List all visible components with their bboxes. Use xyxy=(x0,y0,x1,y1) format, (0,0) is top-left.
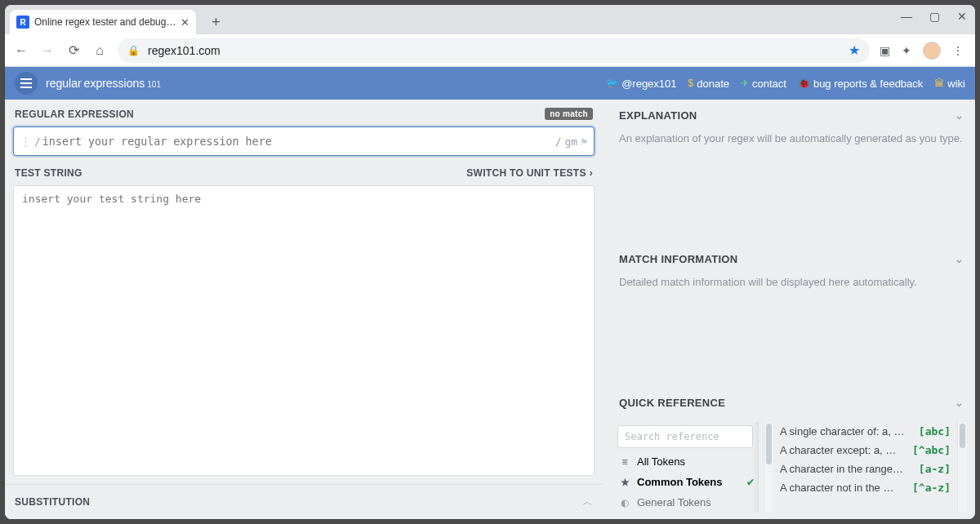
quick-reference-title: QUICK REFERENCE xyxy=(619,397,725,409)
tab-title: Online regex tester and debug… xyxy=(34,16,176,28)
explanation-body: An explanation of your regex will be aut… xyxy=(608,131,975,158)
browser-tabstrip: R Online regex tester and debug… ✕ + — ▢… xyxy=(5,5,975,34)
link-contact[interactable]: ✈contact xyxy=(741,78,786,90)
window-maximize-icon[interactable]: ▢ xyxy=(928,10,941,23)
chevron-down-icon: ⌄ xyxy=(955,397,964,409)
quick-ref-item-text: A character in the range… xyxy=(780,463,912,475)
scrollbar[interactable] xyxy=(957,422,967,513)
quick-ref-item-token: [^a-z] xyxy=(912,482,951,494)
test-string-title: TEST STRING xyxy=(15,167,82,179)
drag-handle-icon[interactable]: ⋮ xyxy=(20,135,31,148)
no-match-badge: no match xyxy=(545,108,593,120)
app-header: regular expressions 101 🐦@regex101 $dona… xyxy=(5,67,975,100)
star-icon: ★ xyxy=(619,477,630,488)
chevron-down-icon: ⌄ xyxy=(955,253,964,265)
match-info-header[interactable]: MATCH INFORMATION ⌄ xyxy=(608,243,975,275)
new-tab-button[interactable]: + xyxy=(204,11,227,33)
link-twitter[interactable]: 🐦@regex101 xyxy=(606,78,676,90)
tab-favicon: R xyxy=(16,16,29,29)
quick-ref-item[interactable]: A single character of: a, …[abc] xyxy=(778,422,952,441)
wiki-icon: 🏛 xyxy=(934,78,944,89)
twitter-icon: 🐦 xyxy=(606,78,618,89)
lock-icon: 🔒 xyxy=(127,45,140,56)
forward-button: → xyxy=(39,43,56,58)
quick-ref-category-general[interactable]: ◐ General Tokens xyxy=(616,492,758,513)
chevron-right-icon: › xyxy=(590,167,593,179)
dollar-icon: $ xyxy=(688,78,694,89)
test-string-input[interactable] xyxy=(13,185,595,476)
quick-reference-header[interactable]: QUICK REFERENCE ⌄ xyxy=(608,387,975,419)
browser-menu-icon[interactable]: ⋮ xyxy=(952,44,964,57)
home-button[interactable]: ⌂ xyxy=(91,43,108,58)
regex-flags[interactable]: gm xyxy=(565,135,578,148)
tab-close-icon[interactable]: ✕ xyxy=(180,16,189,29)
flag-icon[interactable]: ⚑ xyxy=(581,135,587,148)
url-bar[interactable]: 🔒 ★ xyxy=(118,38,870,63)
browser-tab[interactable]: R Online regex tester and debug… ✕ xyxy=(10,10,196,34)
quick-ref-item[interactable]: A character in the range…[a-z] xyxy=(778,460,952,478)
window-close-icon[interactable]: ✕ xyxy=(956,10,969,23)
quick-ref-item-text: A character except: a, … xyxy=(780,444,906,456)
regex-input[interactable] xyxy=(41,135,555,149)
bookmark-star-icon[interactable]: ★ xyxy=(849,42,860,58)
database-icon: ≡ xyxy=(619,456,630,468)
chevron-up-icon: ︿ xyxy=(582,495,593,509)
back-button[interactable]: ← xyxy=(13,43,29,58)
check-icon: ✔ xyxy=(746,477,755,488)
app-logo: regular expressions 101 xyxy=(46,77,161,90)
extensions-icon[interactable]: ✦ xyxy=(902,44,911,57)
hamburger-menu-button[interactable] xyxy=(15,72,38,95)
cast-icon[interactable]: ▣ xyxy=(880,44,890,57)
quick-ref-category-all[interactable]: ≡ All Tokens xyxy=(616,451,758,472)
quick-ref-item[interactable]: A character not in the …[^a-z] xyxy=(778,478,952,497)
quick-ref-category-common[interactable]: ★ Common Tokens ✔ xyxy=(616,472,758,492)
match-info-body: Detailed match information will be displ… xyxy=(608,275,975,301)
browser-toolbar: ← → ⟳ ⌂ 🔒 ★ ▣ ✦ ⋮ xyxy=(5,34,975,67)
quick-ref-item-token: [a-z] xyxy=(919,463,951,475)
link-bugs[interactable]: 🐞bug reports & feedback xyxy=(798,78,923,90)
quick-ref-item-token: [abc] xyxy=(919,425,951,437)
reload-button[interactable]: ⟳ xyxy=(65,42,82,58)
window-minimize-icon[interactable]: — xyxy=(900,10,913,23)
profile-avatar[interactable] xyxy=(923,42,941,60)
quick-ref-item-text: A single character of: a, … xyxy=(780,425,912,437)
globe-icon: ◐ xyxy=(619,497,630,508)
link-donate[interactable]: $donate xyxy=(688,78,729,90)
regex-title: REGULAR EXPRESSION xyxy=(15,109,134,120)
bug-icon: 🐞 xyxy=(798,78,810,89)
chevron-down-icon: ⌄ xyxy=(955,109,964,122)
quick-ref-item-token: [^abc] xyxy=(912,444,951,456)
switch-to-unit-tests[interactable]: SWITCH TO UNIT TESTS› xyxy=(466,167,593,179)
quick-ref-search-input[interactable] xyxy=(617,425,753,448)
link-wiki[interactable]: 🏛wiki xyxy=(934,78,965,90)
regex-input-box[interactable]: ⋮ / / gm⚑ xyxy=(13,127,595,156)
explanation-header[interactable]: EXPLANATION ⌄ xyxy=(608,100,975,131)
match-info-title: MATCH INFORMATION xyxy=(619,253,737,265)
substitution-header[interactable]: SUBSTITUTION ︿ xyxy=(5,484,603,519)
scrollbar[interactable] xyxy=(764,422,773,513)
plane-icon: ✈ xyxy=(741,78,749,89)
substitution-title: SUBSTITUTION xyxy=(15,496,90,508)
url-input[interactable] xyxy=(146,43,842,58)
explanation-title: EXPLANATION xyxy=(619,109,697,122)
quick-ref-item[interactable]: A character except: a, …[^abc] xyxy=(778,441,952,460)
window-controls: — ▢ ✕ xyxy=(900,10,969,23)
quick-ref-item-text: A character not in the … xyxy=(780,482,906,494)
